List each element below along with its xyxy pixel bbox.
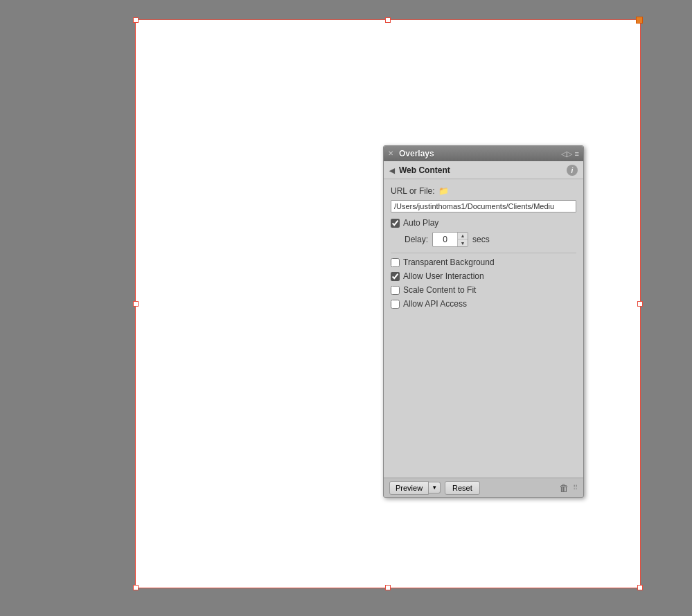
allow-user-interaction-row: Allow User Interaction [391, 271, 576, 281]
folder-icon[interactable]: 📁 [438, 186, 449, 196]
empty-space [391, 313, 576, 465]
delay-increment-button[interactable]: ▲ [458, 233, 468, 239]
scale-content-label[interactable]: Scale Content to Fit [391, 285, 476, 295]
overlays-panel: ✕ Overlays ◁▷ ≡ ◀ Web Content i URL or F… [383, 145, 584, 498]
transparent-bg-label[interactable]: Transparent Background [391, 257, 495, 267]
section-header-left: ◀ Web Content [389, 165, 450, 175]
handle-bot-center[interactable] [385, 585, 391, 590]
chevron-left-icon[interactable]: ◀ [389, 167, 395, 174]
panel-titlebar: ✕ Overlays ◁▷ ≡ [384, 146, 583, 161]
delay-spinners: ▲ ▼ [457, 233, 468, 246]
section-title: Web Content [399, 165, 450, 175]
panel-expand-button[interactable]: ◁▷ [561, 150, 572, 158]
handle-bot-right[interactable] [637, 585, 643, 590]
transparent-bg-checkbox[interactable] [391, 258, 400, 267]
scale-content-row: Scale Content to Fit [391, 285, 576, 295]
preview-button[interactable]: Preview [389, 481, 429, 495]
handle-mid-left[interactable] [133, 301, 139, 307]
panel-close-button[interactable]: ✕ [388, 150, 395, 157]
allow-user-interaction-checkbox[interactable] [391, 272, 400, 281]
handle-mid-right[interactable] [637, 301, 643, 307]
allow-api-label[interactable]: Allow API Access [391, 299, 467, 309]
allow-api-row: Allow API Access [391, 299, 576, 309]
secs-label: secs [472, 235, 490, 244]
delay-input[interactable] [433, 233, 457, 246]
reset-button[interactable]: Reset [445, 481, 480, 495]
panel-menu-button[interactable]: ≡ [575, 150, 579, 158]
scale-content-checkbox[interactable] [391, 286, 400, 295]
panel-content-area: URL or File: 📁 Auto Play Delay: ▲ ▼ [391, 186, 576, 472]
divider-1 [391, 253, 576, 253]
auto-play-label[interactable]: Auto Play [391, 218, 438, 228]
handle-top-center[interactable] [385, 17, 391, 23]
grip-icon[interactable]: ⠿ [573, 484, 578, 491]
delay-label: Delay: [405, 235, 428, 244]
transparent-bg-row: Transparent Background [391, 257, 576, 267]
orange-handle[interactable] [636, 17, 643, 24]
scale-content-text: Scale Content to Fit [403, 285, 476, 295]
delay-row: Delay: ▲ ▼ secs [405, 232, 576, 247]
url-label: URL or File: [391, 186, 435, 196]
delay-decrement-button[interactable]: ▼ [458, 239, 468, 246]
url-input[interactable] [391, 200, 576, 212]
panel-titlebar-right: ◁▷ ≡ [561, 150, 579, 158]
allow-user-interaction-text: Allow User Interaction [403, 271, 484, 281]
auto-play-row: Auto Play [391, 218, 576, 228]
allow-api-text: Allow API Access [403, 299, 467, 309]
preview-label: Preview [396, 484, 423, 492]
panel-title: Overlays [399, 149, 434, 158]
footer-left: Preview ▼ Reset [389, 481, 480, 495]
panel-titlebar-left: ✕ Overlays [388, 149, 434, 158]
allow-user-interaction-label[interactable]: Allow User Interaction [391, 271, 484, 281]
preview-dropdown-arrow: ▼ [432, 484, 437, 491]
transparent-bg-text: Transparent Background [403, 257, 495, 267]
auto-play-checkbox[interactable] [391, 219, 400, 228]
delay-input-wrap: ▲ ▼ [432, 232, 468, 247]
panel-footer: Preview ▼ Reset 🗑 ⠿ [384, 478, 583, 497]
preview-dropdown-button[interactable]: ▼ [429, 482, 441, 493]
footer-right: 🗑 ⠿ [559, 482, 578, 493]
url-row: URL or File: 📁 [391, 186, 576, 196]
trash-icon[interactable]: 🗑 [559, 482, 569, 493]
allow-api-checkbox[interactable] [391, 300, 400, 309]
reset-label: Reset [452, 484, 472, 492]
panel-body: URL or File: 📁 Auto Play Delay: ▲ ▼ [384, 179, 583, 478]
auto-play-text: Auto Play [403, 218, 438, 228]
section-header: ◀ Web Content i [384, 161, 583, 179]
handle-bot-left[interactable] [133, 585, 139, 590]
info-button[interactable]: i [567, 165, 578, 176]
handle-top-left[interactable] [133, 17, 139, 23]
